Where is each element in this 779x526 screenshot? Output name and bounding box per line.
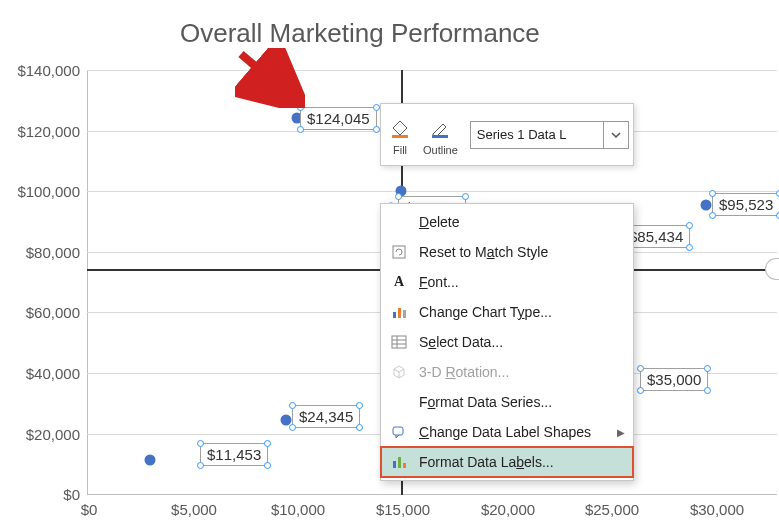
- svg-rect-3: [432, 135, 448, 138]
- menu-label: Format Data Series...: [419, 394, 625, 410]
- y-tick: $20,000: [0, 426, 80, 443]
- menu-label: Change Data Label Shapes: [419, 424, 607, 440]
- svg-rect-8: [392, 336, 406, 348]
- y-tick: $40,000: [0, 365, 80, 382]
- selection-handle[interactable]: [637, 365, 644, 372]
- cube-icon: [389, 362, 409, 382]
- menu-change-chart-type[interactable]: Change Chart Type...: [381, 297, 633, 327]
- data-label[interactable]: $95,523: [712, 193, 779, 216]
- data-label-text: $35,000: [647, 371, 701, 388]
- selection-handle[interactable]: [264, 462, 271, 469]
- menu-label: Font...: [419, 274, 625, 290]
- x-tick: $15,000: [376, 501, 430, 518]
- table-icon: [389, 332, 409, 352]
- reset-icon: [389, 242, 409, 262]
- data-label-text: $24,345: [299, 408, 353, 425]
- x-tick: $25,000: [585, 501, 639, 518]
- y-tick: $0: [0, 486, 80, 503]
- selection-handle[interactable]: [704, 365, 711, 372]
- annotation-arrow: [235, 48, 305, 108]
- paint-bucket-icon: [389, 114, 411, 144]
- menu-delete[interactable]: Delete: [381, 207, 633, 237]
- menu-reset-to-match-style[interactable]: Reset to Match Style: [381, 237, 633, 267]
- fill-label: Fill: [393, 144, 407, 156]
- data-label[interactable]: $124,045: [300, 107, 377, 130]
- selection-handle[interactable]: [373, 104, 380, 111]
- shape-icon: [389, 422, 409, 442]
- menu-change-data-label-shapes[interactable]: Change Data Label Shapes ▶: [381, 417, 633, 447]
- x-tick: $5,000: [171, 501, 217, 518]
- selection-handle[interactable]: [686, 222, 693, 229]
- selection-handle[interactable]: [297, 126, 304, 133]
- svg-line-1: [241, 54, 290, 96]
- selection-handle[interactable]: [709, 212, 716, 219]
- selection-handle[interactable]: [289, 424, 296, 431]
- svg-rect-7: [403, 310, 406, 318]
- menu-label: Format Data Labels...: [419, 454, 625, 470]
- svg-rect-12: [393, 427, 403, 435]
- chart-element-selector[interactable]: Series 1 Data L: [470, 121, 629, 149]
- y-tick: $140,000: [0, 62, 80, 79]
- x-axis: [87, 494, 777, 495]
- selection-handle[interactable]: [197, 462, 204, 469]
- menu-label: 3-D Rotation...: [419, 364, 625, 380]
- x-tick: $10,000: [271, 501, 325, 518]
- x-tick: $30,000: [690, 501, 744, 518]
- menu-label: Change Chart Type...: [419, 304, 625, 320]
- selection-handle[interactable]: [395, 193, 402, 200]
- svg-rect-15: [403, 463, 406, 468]
- selection-handle[interactable]: [197, 440, 204, 447]
- selection-handle[interactable]: [704, 387, 711, 394]
- context-menu: Delete Reset to Match Style A Font... Ch…: [380, 203, 634, 481]
- chart-icon: [389, 302, 409, 322]
- data-label-text: $124,045: [307, 110, 370, 127]
- data-label[interactable]: $24,345: [292, 405, 360, 428]
- data-point[interactable]: [701, 200, 712, 211]
- menu-label: Reset to Match Style: [419, 244, 625, 260]
- format-icon: [389, 452, 409, 472]
- gridline: [87, 70, 777, 71]
- y-axis: [87, 70, 88, 495]
- x-tick: $0: [81, 501, 98, 518]
- chevron-down-icon: [603, 122, 622, 148]
- svg-rect-5: [393, 312, 396, 318]
- menu-label: Select Data...: [419, 334, 625, 350]
- selection-handle[interactable]: [462, 193, 469, 200]
- selection-handle[interactable]: [356, 402, 363, 409]
- selection-handle[interactable]: [356, 424, 363, 431]
- y-tick: $80,000: [0, 244, 80, 261]
- data-label[interactable]: $35,000: [640, 368, 708, 391]
- fill-button[interactable]: Fill: [385, 114, 415, 156]
- blank-icon: [389, 212, 409, 232]
- outline-button[interactable]: Outline: [419, 114, 462, 156]
- menu-format-data-series[interactable]: Format Data Series...: [381, 387, 633, 417]
- svg-rect-13: [393, 461, 396, 468]
- font-icon: A: [389, 272, 409, 292]
- data-label[interactable]: $11,453: [200, 443, 268, 466]
- svg-rect-4: [393, 246, 405, 258]
- chart-elements-button[interactable]: [765, 258, 779, 280]
- y-tick: $60,000: [0, 304, 80, 321]
- svg-rect-6: [398, 308, 401, 318]
- selection-handle[interactable]: [709, 190, 716, 197]
- menu-font[interactable]: A Font...: [381, 267, 633, 297]
- outline-label: Outline: [423, 144, 458, 156]
- selection-handle[interactable]: [686, 244, 693, 251]
- mini-toolbar: Fill Outline Series 1 Data L: [380, 103, 634, 166]
- data-label-text: $85,434: [629, 228, 683, 245]
- menu-format-data-labels[interactable]: Format Data Labels...: [381, 447, 633, 477]
- menu-3d-rotation: 3-D Rotation...: [381, 357, 633, 387]
- selection-handle[interactable]: [264, 440, 271, 447]
- selection-handle[interactable]: [373, 126, 380, 133]
- selection-handle[interactable]: [637, 387, 644, 394]
- gridline: [87, 191, 777, 192]
- svg-rect-14: [398, 457, 401, 468]
- chart-canvas[interactable]: Overall Marketing Performance $140,000 $…: [0, 0, 779, 526]
- selection-handle[interactable]: [289, 402, 296, 409]
- data-point[interactable]: [145, 455, 156, 466]
- menu-select-data[interactable]: Select Data...: [381, 327, 633, 357]
- y-tick: $100,000: [0, 183, 80, 200]
- selector-label: Series 1 Data L: [477, 127, 567, 142]
- chart-title: Overall Marketing Performance: [180, 18, 540, 49]
- y-tick: $120,000: [0, 123, 80, 140]
